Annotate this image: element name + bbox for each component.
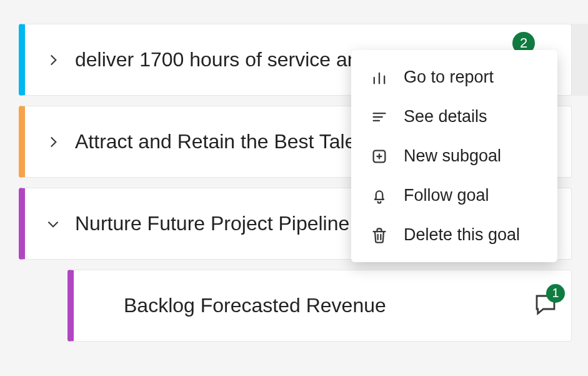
chevron-down-icon	[45, 216, 61, 232]
comments-button[interactable]: 1	[532, 292, 559, 320]
chevron-right-icon	[45, 52, 61, 68]
goal-row[interactable]: Backlog Forecasted Revenue 1	[67, 270, 572, 342]
expand-toggle[interactable]	[31, 216, 75, 232]
goal-title: Backlog Forecasted Revenue	[124, 292, 532, 319]
expand-toggle[interactable]	[31, 134, 75, 150]
menu-see-details[interactable]: See details	[351, 97, 557, 136]
menu-label: Go to report	[404, 68, 494, 87]
menu-label: Delete this goal	[404, 225, 520, 245]
chevron-right-icon	[45, 134, 61, 150]
menu-follow-goal[interactable]: Follow goal	[351, 176, 557, 215]
trash-icon	[370, 226, 389, 245]
menu-delete-goal[interactable]: Delete this goal	[351, 215, 557, 255]
goal-context-menu: Go to report See details New subgoal	[351, 50, 557, 262]
bell-icon	[370, 186, 389, 205]
menu-label: See details	[404, 107, 487, 126]
list-icon	[370, 108, 389, 126]
comment-count-badge: 1	[546, 284, 565, 303]
expand-toggle[interactable]	[31, 52, 75, 68]
plus-square-icon	[370, 147, 389, 166]
menu-label: New subgoal	[404, 146, 501, 166]
bar-chart-icon	[370, 68, 389, 87]
menu-label: Follow goal	[404, 186, 489, 205]
menu-go-to-report[interactable]: Go to report	[351, 58, 557, 97]
menu-new-subgoal[interactable]: New subgoal	[351, 136, 557, 176]
